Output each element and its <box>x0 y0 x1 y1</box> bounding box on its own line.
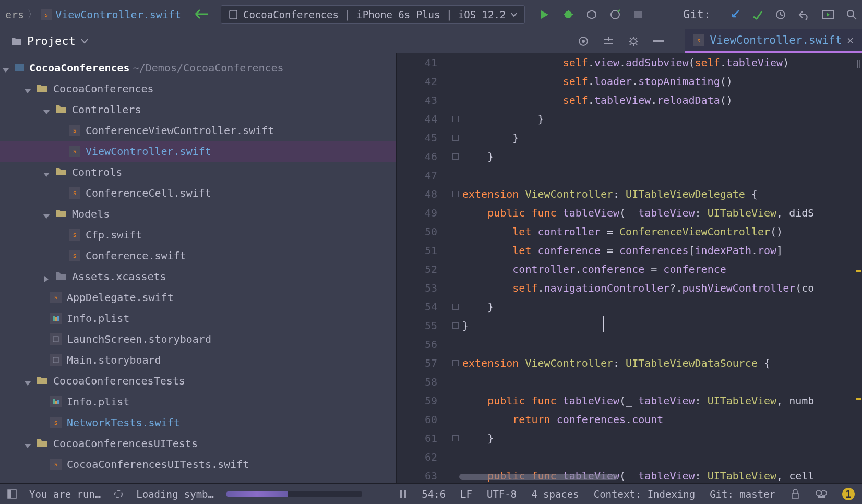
line-ending[interactable]: LF <box>460 488 472 500</box>
tree-item[interactable]: LaunchScreen.storyboard <box>0 329 396 350</box>
tree-item[interactable]: CocoaConferences <box>0 78 396 99</box>
line-number[interactable]: 52 <box>397 260 437 279</box>
tool-window-toggle-icon[interactable] <box>7 489 17 499</box>
tree-item[interactable]: sConference.swift <box>0 245 396 266</box>
code-line[interactable]: } <box>462 110 862 128</box>
line-number[interactable]: 57 <box>397 354 437 373</box>
warning-badge[interactable]: 1 <box>842 488 855 500</box>
scrollbar-thumb[interactable] <box>459 474 618 480</box>
line-number[interactable]: 53 <box>397 279 437 297</box>
tree-item[interactable]: Models <box>0 203 396 224</box>
history-icon[interactable] <box>775 9 786 20</box>
tree-item[interactable]: CocoaConferencesUITests <box>0 433 396 454</box>
code-line[interactable]: } <box>462 297 862 316</box>
tree-expand-icon[interactable] <box>24 440 31 447</box>
code-line[interactable]: } <box>462 147 862 166</box>
line-number[interactable]: 54 <box>397 297 437 316</box>
code-line[interactable] <box>462 373 862 391</box>
tree-item[interactable]: Main.storyboard <box>0 350 396 370</box>
code-line[interactable]: return conferences.count <box>462 410 862 429</box>
tree-item[interactable]: Info.plist <box>0 391 396 412</box>
close-tab-icon[interactable]: ✕ <box>847 34 854 46</box>
tree-item[interactable]: sConferenceCell.swift <box>0 183 396 203</box>
fold-marker[interactable] <box>452 191 459 197</box>
line-number[interactable]: 62 <box>397 448 437 466</box>
tree-expand-icon[interactable] <box>43 169 50 176</box>
code-area[interactable]: self.view.addSubview(self.tableView) sel… <box>460 53 862 483</box>
tree-expand-icon[interactable] <box>24 85 31 92</box>
inspector-icon[interactable] <box>815 489 828 499</box>
code-line[interactable]: let controller = ConferenceViewControlle… <box>462 222 862 241</box>
tree-expand-icon[interactable] <box>43 273 50 280</box>
code-line[interactable]: self.view.addSubview(self.tableView) <box>462 53 862 72</box>
profile-icon[interactable] <box>609 9 621 20</box>
tree-item[interactable]: Controllers <box>0 99 396 120</box>
tree-item[interactable]: sConferenceViewController.swift <box>0 120 396 141</box>
line-number-gutter[interactable]: 4142434445464748495051525354555657585960… <box>397 53 445 483</box>
fold-marker[interactable] <box>452 435 459 441</box>
tree-item[interactable]: Controls <box>0 162 396 183</box>
commit-icon[interactable] <box>752 9 763 20</box>
line-number[interactable]: 47 <box>397 166 437 185</box>
code-line[interactable]: self.tableView.reloadData() <box>462 91 862 110</box>
rollback-icon[interactable] <box>798 9 810 20</box>
tree-item[interactable]: sCfp.swift <box>0 224 396 245</box>
indent-setting[interactable]: 4 spaces <box>531 488 579 500</box>
tree-item[interactable]: sCocoaConferencesUITests.swift <box>0 454 396 475</box>
select-opened-file-icon[interactable] <box>578 36 589 46</box>
search-icon[interactable] <box>846 9 857 20</box>
line-number[interactable]: 63 <box>397 466 437 483</box>
editor-tab[interactable]: s ViewController.swift ✕ <box>685 29 862 53</box>
code-line[interactable] <box>462 448 862 466</box>
fold-marker[interactable] <box>452 135 459 141</box>
tree-expand-icon[interactable] <box>24 377 31 385</box>
line-number[interactable]: 43 <box>397 91 437 110</box>
line-number[interactable]: 55 <box>397 316 437 335</box>
context-status[interactable]: Context: Indexing <box>594 488 695 500</box>
run-icon[interactable] <box>540 9 550 20</box>
line-number[interactable]: 56 <box>397 335 437 354</box>
line-number[interactable]: 42 <box>397 72 437 91</box>
tree-item[interactable]: CocoaConferencesTests <box>0 370 396 391</box>
project-tree[interactable]: CocoaConferences ~/Demos/CocoaConference… <box>0 53 397 483</box>
line-number[interactable]: 45 <box>397 128 437 147</box>
line-number[interactable]: 51 <box>397 241 437 260</box>
line-number[interactable]: 46 <box>397 147 437 166</box>
line-number[interactable]: 61 <box>397 429 437 448</box>
cursor-position[interactable]: 54:6 <box>422 488 446 500</box>
line-number[interactable]: 48 <box>397 185 437 203</box>
line-number[interactable]: 59 <box>397 391 437 410</box>
line-number[interactable]: 44 <box>397 110 437 128</box>
editor-markers[interactable]: ‖ <box>854 53 862 483</box>
code-editor[interactable]: 4142434445464748495051525354555657585960… <box>397 53 862 483</box>
git-branch[interactable]: Git: master <box>710 488 775 500</box>
tree-item[interactable]: sAppDelegate.swift <box>0 287 396 308</box>
run-config-icon[interactable] <box>822 10 834 19</box>
encoding[interactable]: UTF-8 <box>487 488 517 500</box>
tree-root[interactable]: CocoaConferences ~/Demos/CocoaConference… <box>0 57 396 78</box>
line-number[interactable]: 41 <box>397 53 437 72</box>
code-line[interactable]: controller.conference = conference <box>462 260 862 279</box>
fold-gutter[interactable] <box>445 53 460 483</box>
pause-icon[interactable] <box>400 489 407 499</box>
tree-item[interactable]: Assets.xcassets <box>0 266 396 287</box>
project-dropdown[interactable]: Project <box>0 34 88 47</box>
code-line[interactable]: extension ViewController: UITableViewDat… <box>462 354 862 373</box>
code-line[interactable]: } <box>462 429 862 448</box>
minimap-icon[interactable]: ‖ <box>856 58 861 64</box>
fold-marker[interactable] <box>452 153 459 160</box>
fold-marker[interactable] <box>452 116 459 122</box>
hide-icon[interactable] <box>653 36 664 46</box>
code-line[interactable]: public func tableView(_ tableView: UITab… <box>462 203 862 222</box>
horizontal-scrollbar[interactable] <box>459 474 857 480</box>
tree-expand-icon[interactable] <box>43 106 50 113</box>
coverage-icon[interactable] <box>586 9 597 20</box>
tree-expand-icon[interactable] <box>2 64 9 71</box>
tree-item[interactable]: sNetworkTests.swift <box>0 412 396 433</box>
back-arrow-icon[interactable] <box>194 6 208 23</box>
code-line[interactable]: } <box>462 128 862 147</box>
lock-icon[interactable] <box>790 489 800 499</box>
debug-icon[interactable] <box>562 9 574 20</box>
stop-icon[interactable] <box>633 10 643 19</box>
line-number[interactable]: 49 <box>397 203 437 222</box>
